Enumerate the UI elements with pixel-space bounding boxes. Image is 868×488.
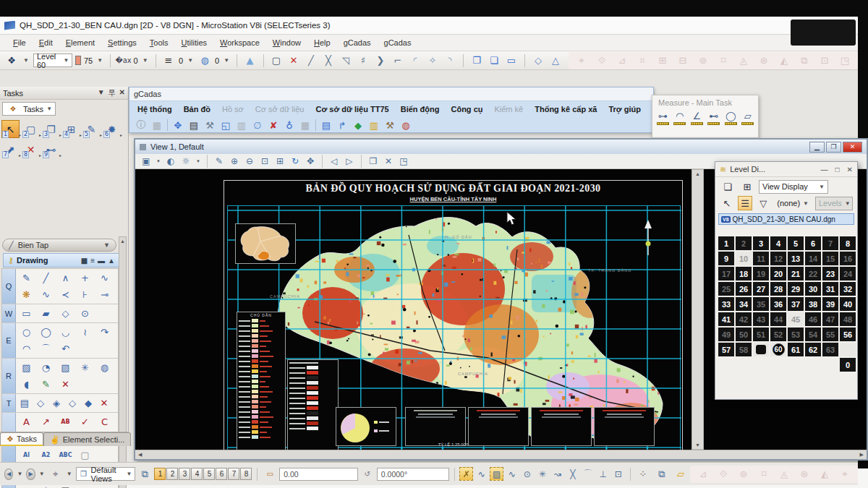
gcadas-menu-hệ-thống[interactable]: Hệ thống [132, 103, 177, 115]
tool-icon[interactable]: ▨ [17, 359, 36, 376]
tool-icon[interactable]: + [75, 270, 95, 286]
folder-icon[interactable]: ▱ [673, 467, 688, 481]
info-icon[interactable]: ⓘ [135, 118, 147, 132]
perpendicular-snap-icon[interactable]: ⊥ [596, 467, 610, 481]
copy-element-icon[interactable]: ❐ [469, 53, 484, 68]
forward-dropdown[interactable]: ▼ [38, 471, 46, 477]
copy-view-icon[interactable]: ❐ [367, 155, 380, 168]
menu-item-gcadas-2[interactable]: gCadas [378, 37, 417, 48]
level-cell-28[interactable]: 28 [770, 282, 786, 296]
tool-icon[interactable]: ≺ [56, 286, 75, 303]
center-snap-icon[interactable]: ⊙ [520, 467, 534, 481]
level-cell-27[interactable]: 27 [753, 282, 769, 296]
tool-icon[interactable]: ∧ [56, 270, 75, 286]
view-toggle-8[interactable]: 8 [240, 468, 252, 480]
tool-icon[interactable]: ◖ [17, 376, 36, 393]
menu-item-gcadas-2[interactable]: gCadas [338, 37, 377, 48]
drawing-section-bar[interactable]: ⚷ Drawing ▦ ≡ ▬ ▲ [3, 253, 120, 267]
fence-tool[interactable]: ▢2 [22, 120, 40, 138]
view-title-bar[interactable]: View 1, Default ▁ ❐ ✕ [135, 140, 867, 154]
origin-snap-icon[interactable]: ✳ [535, 467, 549, 481]
display-mode-combo[interactable]: View Display▼ [759, 180, 828, 194]
users-icon[interactable]: ✥ [172, 118, 184, 132]
level-cell-43[interactable]: 43 [753, 312, 769, 326]
tools-icon[interactable]: ⚒ [384, 118, 396, 132]
tool-icon[interactable]: ≀ [75, 324, 95, 341]
tool-icon[interactable]: ABC [56, 447, 75, 463]
scale-element-icon[interactable]: ▭ [504, 53, 519, 68]
grid-icon[interactable]: ▦ [151, 118, 163, 132]
level-cell-2[interactable]: 2 [736, 236, 752, 250]
level-cell-39[interactable]: 39 [822, 297, 838, 311]
measure-distance-icon[interactable]: ⊶ [655, 111, 671, 125]
level-cell-45[interactable]: 45 [788, 312, 804, 326]
manage-view-groups-icon[interactable]: ⧉ [137, 467, 152, 481]
measure-length-icon[interactable]: ⊷ [707, 111, 722, 125]
level-list-icon[interactable]: ☰ [738, 196, 752, 210]
level-cell-41[interactable]: 41 [718, 312, 734, 326]
measure-panel-title[interactable]: Measure - Main Task [652, 95, 758, 110]
active-level-combo[interactable]: Level 60▼ [33, 53, 72, 67]
template-dropdown[interactable]: ▼ [22, 57, 30, 64]
tool-icon[interactable]: ∿ [95, 270, 114, 286]
view-previous-icon[interactable]: ◁ [328, 155, 341, 168]
level-display-title-bar[interactable]: ≋ Level Di... — □ ✕ [715, 162, 857, 177]
level-cell-10[interactable]: 10 [736, 252, 752, 265]
menu-item-window[interactable]: Window [267, 37, 307, 48]
level-cell-17[interactable]: 17 [718, 267, 734, 281]
rotate-icon[interactable]: ◇ [531, 53, 545, 68]
view-display-mode-icon[interactable]: ❏ [720, 179, 736, 194]
level-cell-36[interactable]: 36 [770, 297, 786, 311]
level-cell-empty[interactable] [840, 343, 856, 356]
color-dropdown[interactable]: ▼ [95, 57, 104, 64]
menu-item-help[interactable]: Help [308, 37, 336, 48]
delete-tool[interactable]: ✕8 [22, 140, 40, 158]
view-toggle-6[interactable]: 6 [216, 468, 227, 480]
transparency-icon[interactable]: ◍ [197, 53, 212, 68]
dropdown-arrow[interactable]: ▼ [155, 159, 162, 163]
tasks-panel-header[interactable]: Tasks ▼ 早 ✕ [0, 87, 128, 100]
level-cell-38[interactable]: 38 [805, 297, 821, 311]
level-cell-62[interactable]: 62 [805, 343, 821, 356]
tool-icon[interactable]: ✓ [75, 414, 95, 430]
level-cell-5[interactable]: 5 [788, 236, 804, 250]
level-cell-48[interactable]: 48 [840, 312, 856, 326]
measure-volume-icon[interactable]: ▱ [741, 111, 756, 125]
view-group-combo[interactable]: ❐ Default Views▼ [76, 467, 136, 481]
layout-panel-icon[interactable]: ▬ [98, 257, 105, 265]
line-weight-icon[interactable]: ≡ [161, 53, 176, 68]
view-horizontal-scrollbar[interactable]: ◀▶ [135, 450, 867, 459]
tasks-close-icon[interactable]: ✕ [119, 88, 125, 98]
level-cell-20[interactable]: 20 [770, 267, 786, 281]
intersect-snap-icon[interactable]: ╳ [566, 467, 579, 481]
tool-icon[interactable]: ⊦ [75, 286, 95, 303]
zoom-in-icon[interactable]: ⊕ [228, 155, 241, 168]
angle-field[interactable]: 0.0000° [377, 468, 449, 481]
level-cell-32[interactable]: 32 [840, 282, 856, 296]
tool-icon[interactable]: ✳ [75, 359, 95, 376]
tool-icon[interactable]: ▤ [17, 395, 33, 411]
chamfer-icon[interactable]: ◝ [443, 53, 457, 68]
level-cell-44[interactable]: 44 [770, 312, 786, 326]
tool-dropdown[interactable]: ▼ [65, 471, 74, 477]
columns-icon[interactable]: ▥ [236, 118, 247, 132]
level-cell-25[interactable]: 25 [718, 282, 734, 296]
move-element-icon[interactable]: ❏ [487, 53, 501, 68]
tool-icon[interactable]: A [17, 414, 36, 430]
hide-icon[interactable]: ∅ [252, 118, 263, 132]
tool-icon[interactable]: ✎ [17, 270, 36, 286]
window-area-icon[interactable]: ⊡ [258, 155, 271, 168]
level-cell-47[interactable]: 47 [822, 312, 838, 326]
gcadas-title-bar[interactable]: gCadas [129, 87, 653, 101]
bien-tap-section-bar[interactable]: ╱ Bien Tap ▼ [2, 239, 116, 252]
gcadas-menu-thống-kê-cấp-xã[interactable]: Thống kê cấp xã [529, 103, 602, 115]
brush-icon[interactable]: ✎ [213, 155, 226, 168]
map-icon[interactable]: ◆ [352, 118, 364, 132]
level-cell-16[interactable]: 16 [840, 252, 856, 265]
level-cell-9[interactable]: 9 [718, 252, 734, 265]
tab-element-selection[interactable]: ✌ Element Selecti... [43, 432, 131, 446]
level-cell-6[interactable]: 6 [805, 236, 821, 250]
level-cell-58[interactable]: 58 [736, 343, 752, 356]
level-minimize-icon[interactable]: — [821, 166, 828, 174]
folder-icon[interactable]: ▤ [188, 118, 200, 132]
